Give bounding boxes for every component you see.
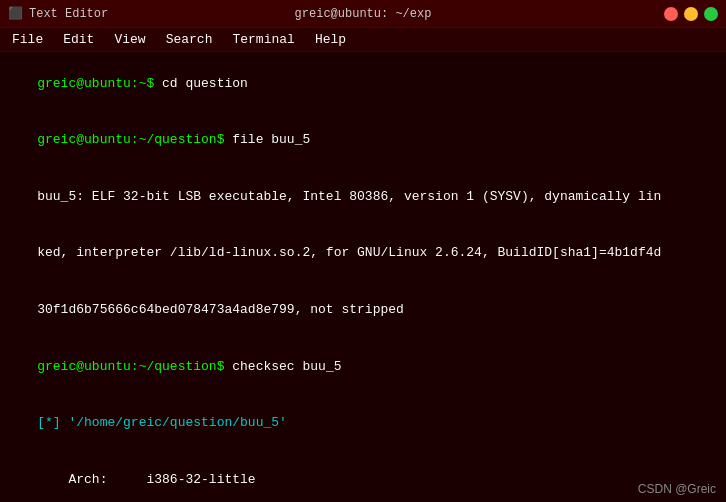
menu-file[interactable]: File	[4, 30, 51, 49]
menu-bar: File Edit View Search Terminal Help	[0, 28, 726, 52]
prompt: greic@ubuntu:~/question$	[37, 359, 232, 374]
title-bar-left: ⬛ Text Editor	[8, 6, 108, 21]
terminal-line: greic@ubuntu:~$ cd question	[6, 56, 720, 113]
terminal-line: 30f1d6b75666c64bed078473a4ad8e799, not s…	[6, 282, 720, 339]
menu-view[interactable]: View	[106, 30, 153, 49]
app-name: Text Editor	[29, 7, 108, 21]
watermark: CSDN @Greic	[638, 482, 716, 496]
terminal-line: Arch: i386-32-little	[6, 452, 720, 502]
menu-terminal[interactable]: Terminal	[224, 30, 302, 49]
maximize-button[interactable]	[704, 7, 718, 21]
minimize-button[interactable]	[684, 7, 698, 21]
terminal-line: greic@ubuntu:~/question$ file buu_5	[6, 113, 720, 170]
menu-edit[interactable]: Edit	[55, 30, 102, 49]
terminal-line: greic@ubuntu:~/question$ checksec buu_5	[6, 339, 720, 396]
app-icon: ⬛	[8, 6, 23, 21]
terminal-line: [*] '/home/greic/question/buu_5'	[6, 395, 720, 452]
title-bar: ⬛ Text Editor greic@ubuntu: ~/exp	[0, 0, 726, 28]
window-title: greic@ubuntu: ~/exp	[295, 7, 432, 21]
terminal-line: buu_5: ELF 32-bit LSB executable, Intel …	[6, 169, 720, 226]
menu-help[interactable]: Help	[307, 30, 354, 49]
close-button[interactable]	[664, 7, 678, 21]
prompt: greic@ubuntu:~/question$	[37, 132, 232, 147]
window-controls	[664, 7, 718, 21]
terminal-line: ked, interpreter /lib/ld-linux.so.2, for…	[6, 226, 720, 283]
menu-search[interactable]: Search	[158, 30, 221, 49]
prompt: greic@ubuntu:~$	[37, 76, 162, 91]
terminal-window: greic@ubuntu:~$ cd question greic@ubuntu…	[0, 52, 726, 502]
